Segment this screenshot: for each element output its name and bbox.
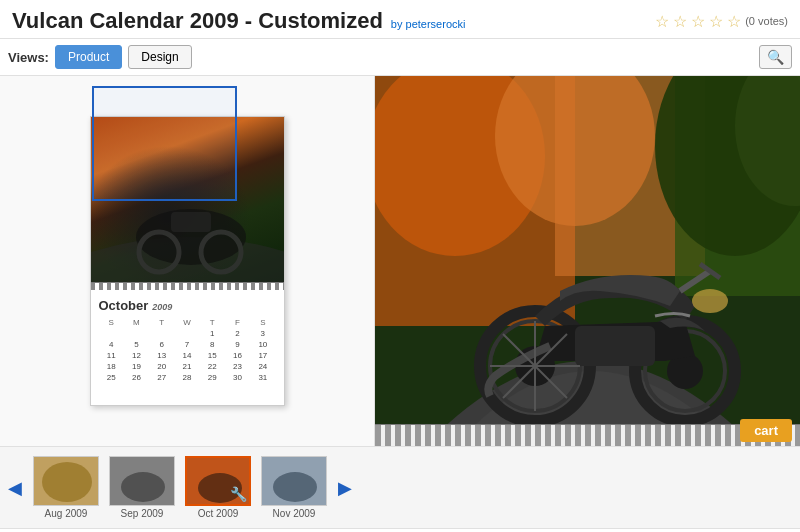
main-content: October 2009 S M T W T F <box>0 76 800 446</box>
day-header-fri: F <box>225 317 250 328</box>
thumb-image-sep[interactable] <box>109 456 175 506</box>
calendar-bottom: October 2009 S M T W T F <box>91 290 284 389</box>
svg-rect-20 <box>575 326 655 366</box>
views-label: Views: <box>8 50 49 65</box>
table-row: 123 <box>99 328 276 339</box>
svg-point-21 <box>692 289 728 313</box>
title-area: Vulcan Calendar 2009 - Customized by pet… <box>12 8 465 34</box>
thumb-image-nov[interactable] <box>261 456 327 506</box>
calendar-grid: S M T W T F S 1 <box>99 317 276 383</box>
calendar-month: October 2009 <box>99 298 276 313</box>
tab-product[interactable]: Product <box>55 45 122 69</box>
svg-rect-3 <box>171 212 211 232</box>
day-header-mon: M <box>124 317 149 328</box>
views-row: Views: Product Design 🔍 <box>0 39 800 76</box>
svg-point-31 <box>42 462 92 502</box>
day-header-sat: S <box>250 317 275 328</box>
rating-area: ☆ ☆ ☆ ☆ ☆ (0 votes) <box>655 12 788 31</box>
zoom-wire-strip <box>375 424 800 446</box>
table-row: 18192021 222324 <box>99 361 276 372</box>
day-header-thu: T <box>200 317 225 328</box>
star-5[interactable]: ☆ <box>727 12 741 31</box>
thumbnail-sep[interactable]: Sep 2009 <box>106 456 178 519</box>
table-row: 4567 8910 <box>99 339 276 350</box>
thumb-image-aug[interactable] <box>33 456 99 506</box>
thumbnail-row: ◀ Aug 2009 Sep 2009 🔧 Oct 2009 <box>0 446 800 528</box>
tab-design[interactable]: Design <box>128 45 191 69</box>
thumb-label-aug: Aug 2009 <box>45 508 88 519</box>
author-link[interactable]: by peterserocki <box>391 18 466 30</box>
page-header: Vulcan Calendar 2009 - Customized by pet… <box>0 0 800 39</box>
star-3[interactable]: ☆ <box>691 12 705 31</box>
day-header-sun: S <box>99 317 124 328</box>
table-row: 25262728 293031 <box>99 372 276 383</box>
search-button[interactable]: 🔍 <box>759 45 792 69</box>
star-2[interactable]: ☆ <box>673 12 687 31</box>
day-header-wed: W <box>174 317 199 328</box>
star-4[interactable]: ☆ <box>709 12 723 31</box>
votes-count: (0 votes) <box>745 15 788 27</box>
day-header-tue: T <box>149 317 174 328</box>
product-preview-panel: October 2009 S M T W T F <box>0 76 375 446</box>
thumb-label-nov: Nov 2009 <box>273 508 316 519</box>
page-title: Vulcan Calendar 2009 - Customized <box>12 8 383 34</box>
table-row: 11121314 151617 <box>99 350 276 361</box>
svg-point-33 <box>121 472 165 502</box>
thumb-label-sep: Sep 2009 <box>121 508 164 519</box>
next-button[interactable]: ▶ <box>334 477 356 499</box>
thumbnail-aug[interactable]: Aug 2009 <box>30 456 102 519</box>
star-1[interactable]: ☆ <box>655 12 669 31</box>
svg-point-37 <box>273 472 317 502</box>
calendar-wire <box>91 282 284 290</box>
thumb-image-oct[interactable]: 🔧 <box>185 456 251 506</box>
thumb-label-oct: Oct 2009 <box>198 508 239 519</box>
zoom-image <box>375 76 800 446</box>
calendar-year: 2009 <box>152 302 172 312</box>
action-row: Customize: Change the design, add your o… <box>0 528 800 532</box>
cart-button[interactable]: cart <box>740 419 792 442</box>
zoom-selection-box <box>92 86 237 201</box>
search-icon: 🔍 <box>767 49 784 65</box>
thumbnail-oct[interactable]: 🔧 Oct 2009 <box>182 456 254 519</box>
prev-button[interactable]: ◀ <box>4 477 26 499</box>
zoom-view-panel: cart <box>375 76 800 446</box>
thumbnail-nov[interactable]: Nov 2009 <box>258 456 330 519</box>
